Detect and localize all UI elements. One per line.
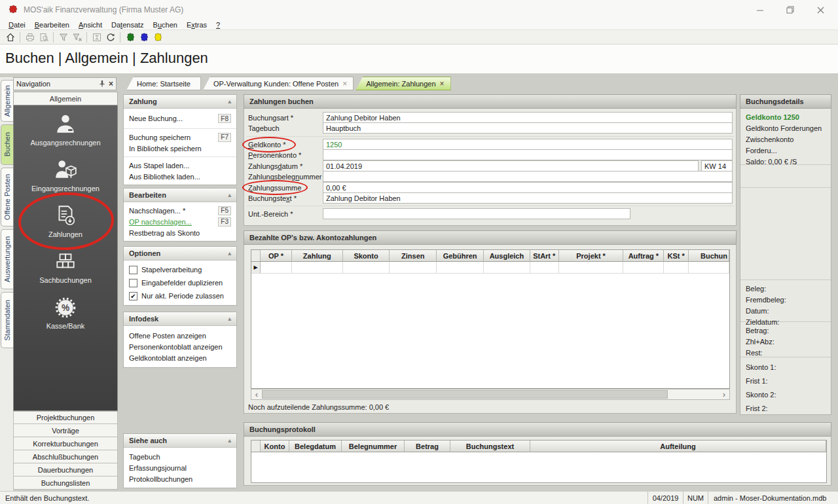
menu-datensatz[interactable]: Datensatz xyxy=(107,21,149,29)
action-aus-bibliothek-laden[interactable]: Aus Bibliothek laden... xyxy=(124,171,236,182)
group-optionen-header[interactable]: Optionen▴ xyxy=(124,247,236,261)
action-buchung-speichern[interactable]: Buchung speichernF7 xyxy=(124,132,236,143)
buchungstext-input[interactable]: Zahlung Debitor Haben xyxy=(323,192,733,204)
action-offene-posten-anzeigen[interactable]: Offene Posten anzeigen xyxy=(124,330,236,341)
menu-ansicht[interactable]: Ansicht xyxy=(74,21,107,29)
scroll-left-icon[interactable]: ‹ xyxy=(251,389,262,399)
col-gebuehren[interactable]: Gebühren xyxy=(437,250,484,262)
collapse-icon[interactable]: ▴ xyxy=(228,315,231,322)
tab-op-verwaltung[interactable]: OP-Verwaltung Kunden: Offene Posten× xyxy=(203,77,354,90)
group-zahlung-header[interactable]: Zahlung▴ xyxy=(124,95,236,109)
buchungsart-input[interactable]: Zahlung Debitor Haben xyxy=(323,112,733,123)
action-personenkontoblatt-anzeigen[interactable]: Personenkontoblatt anzeigen xyxy=(124,341,236,352)
group-siehe-auch-header[interactable]: Siehe auch▴ xyxy=(124,434,236,448)
vtab-auswertungen[interactable]: Auswertungen xyxy=(1,229,13,289)
col-belegnummer[interactable]: Belegnummer xyxy=(342,441,405,452)
abort-hourglass-icon[interactable] xyxy=(90,31,103,43)
menu-buchen[interactable]: Buchen xyxy=(149,21,182,29)
nav-item-korrekturbuchungen[interactable]: Korrekturbuchungen xyxy=(13,437,118,450)
action-erfassungsjournal[interactable]: Erfassungsjournal xyxy=(124,462,236,473)
puzzle-yellow-icon[interactable] xyxy=(151,31,164,43)
col-zinsen[interactable]: Zinsen xyxy=(390,250,437,262)
action-restbetrag-als-skonto[interactable]: Restbetrag als Skonto xyxy=(124,227,236,238)
nav-item-sachbuchungen[interactable]: Sachbuchungen xyxy=(14,249,117,295)
checkbox-stapelverarbeitung[interactable]: Stapelverarbeitung xyxy=(124,263,236,276)
close-nav-icon[interactable]: × xyxy=(109,79,113,88)
collapse-icon[interactable]: ▴ xyxy=(228,192,231,198)
vtab-allgemein[interactable]: Allgemein xyxy=(1,80,13,122)
col-start[interactable]: StArt * xyxy=(530,250,559,262)
pin-icon[interactable] xyxy=(98,80,106,88)
nav-item-eingangsrechnungen[interactable]: Eingangsrechnungen xyxy=(14,157,117,203)
refresh-icon[interactable] xyxy=(103,31,117,43)
filter-icon[interactable] xyxy=(56,31,70,43)
vtab-buchen[interactable]: Buchen xyxy=(1,124,13,165)
action-tagebuch[interactable]: Tagebuch xyxy=(124,451,236,462)
puzzle-blue-icon[interactable] xyxy=(137,31,151,43)
collapse-icon[interactable]: ▴ xyxy=(228,98,231,105)
nav-item-buchungslisten[interactable]: Buchungslisten xyxy=(13,477,118,490)
group-infodesk-header[interactable]: Infodesk▴ xyxy=(124,312,236,326)
scrollbar-thumb[interactable] xyxy=(262,390,668,399)
nav-item-vortraege[interactable]: Vorträge xyxy=(13,424,118,437)
nav-item-projektbuchungen[interactable]: Projektbuchungen xyxy=(13,411,118,424)
nav-item-kasse-bank[interactable]: % Kasse/Bank xyxy=(14,295,117,340)
zahlungsdatum-input[interactable]: 01.04.2019 xyxy=(323,160,699,171)
vtab-stammdaten[interactable]: Stammdaten xyxy=(1,292,13,348)
geldkonto-input[interactable]: 1250 xyxy=(323,139,733,150)
vtab-offene-posten[interactable]: Offene Posten xyxy=(1,168,13,226)
action-aus-stapel-laden[interactable]: Aus Stapel laden... xyxy=(124,160,236,171)
filter-remove-icon[interactable] xyxy=(70,31,84,43)
unt-bereich-input[interactable] xyxy=(323,208,630,219)
col-ausgleich[interactable]: Ausgleich xyxy=(484,250,530,262)
nav-item-ausgangsrechnungen[interactable]: Ausgangsrechnungen xyxy=(14,111,117,157)
group-bearbeiten-header[interactable]: Bearbeiten▴ xyxy=(124,189,236,202)
menu-bearbeiten[interactable]: Bearbeiten xyxy=(30,21,74,29)
action-in-bibliothek-speichern[interactable]: In Bibliothek speichern xyxy=(124,143,236,154)
menu-datei[interactable]: Datei xyxy=(4,21,30,29)
checkbox-icon[interactable] xyxy=(129,279,137,287)
tab-close-icon[interactable]: × xyxy=(440,80,445,88)
close-button[interactable] xyxy=(805,0,835,20)
checkbox-eingabefelder-duplizieren[interactable]: Eingabefelder duplizieren xyxy=(124,276,236,289)
horizontal-scrollbar[interactable]: ‹ › xyxy=(251,389,730,400)
print-preview-icon[interactable] xyxy=(37,31,50,43)
nav-item-abschlussbuchungen[interactable]: Abschlußbuchungen xyxy=(13,450,118,463)
col-op[interactable]: OP * xyxy=(261,250,292,262)
col-buchungstext[interactable]: Buchungstext xyxy=(450,441,530,452)
home-icon[interactable] xyxy=(3,31,17,43)
menu-hilfe[interactable]: ? xyxy=(211,21,225,29)
tab-close-icon[interactable]: × xyxy=(342,80,347,88)
col-zahlung[interactable]: Zahlung xyxy=(292,250,343,262)
checkbox-icon[interactable] xyxy=(129,292,137,300)
action-neue-buchung[interactable]: Neue Buchung...F8 xyxy=(124,111,236,126)
col-buchungstext[interactable]: Buchun xyxy=(689,250,729,262)
tab-home-startseite[interactable]: Home: Startseite xyxy=(126,77,201,90)
restore-button[interactable] xyxy=(775,0,805,20)
minimize-button[interactable] xyxy=(745,0,775,20)
zahlungssumme-input[interactable]: 0,00 € xyxy=(323,182,733,193)
personenkonto-input[interactable] xyxy=(323,149,733,160)
nav-item-zahlungen[interactable]: Zahlungen xyxy=(14,203,117,249)
col-aufteilung[interactable]: Aufteilung xyxy=(530,441,826,452)
checkbox-icon[interactable] xyxy=(129,266,137,274)
puzzle-green-icon[interactable] xyxy=(123,31,137,43)
col-konto[interactable]: Konto xyxy=(261,441,289,452)
action-geldkontoblatt-anzeigen[interactable]: Geldkontoblatt anzeigen xyxy=(124,352,236,363)
action-op-nachschlagen[interactable]: OP nachschlagen...F3 xyxy=(124,216,236,227)
col-auftrag[interactable]: Auftrag * xyxy=(623,250,664,262)
col-skonto[interactable]: Skonto xyxy=(343,250,390,262)
tab-allgemein-zahlungen[interactable]: Allgemein: Zahlungen× xyxy=(355,77,450,90)
col-belegdatum[interactable]: Belegdatum xyxy=(289,441,342,452)
checkbox-nur-akt-periode[interactable]: Nur akt. Periode zulassen xyxy=(124,289,236,302)
tagebuch-input[interactable]: Hauptbuch xyxy=(323,122,733,134)
nav-item-dauerbuchungen[interactable]: Dauerbuchungen xyxy=(13,463,118,477)
action-protokollbuchungen[interactable]: Protokollbuchungen xyxy=(124,473,236,484)
col-projekt[interactable]: Projekt * xyxy=(559,250,624,262)
collapse-icon[interactable]: ▴ xyxy=(228,250,231,257)
print-icon[interactable] xyxy=(23,31,37,43)
collapse-icon[interactable]: ▴ xyxy=(228,437,231,444)
menu-extras[interactable]: Extras xyxy=(182,21,211,29)
op-grid-empty-row[interactable]: ▶ xyxy=(251,262,729,274)
col-kst[interactable]: KSt * xyxy=(664,250,689,262)
